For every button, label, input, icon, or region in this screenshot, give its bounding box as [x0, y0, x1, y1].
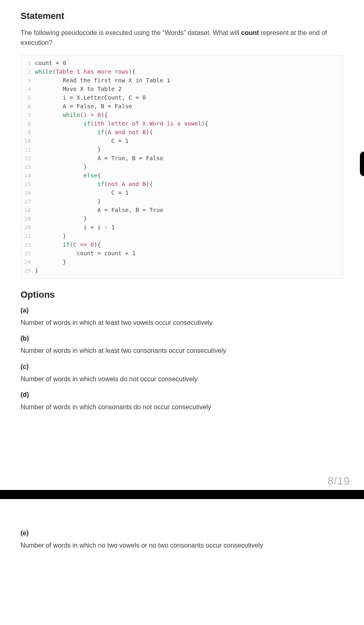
option-label: (c): [21, 363, 343, 371]
code-line: 25}: [21, 266, 343, 275]
code-line: 7 while(i > 0){: [21, 111, 343, 119]
code-line: 20 i = i - 1: [21, 223, 343, 232]
code-block: 1count = 02while(Table 1 has more rows){…: [21, 55, 343, 279]
page-upper: Statement The following pseudocode is ex…: [0, 0, 364, 473]
code-line: 2while(Table 1 has more rows){: [21, 68, 343, 76]
line-number: 24: [21, 258, 35, 266]
code-line: 10 C = 1: [21, 137, 343, 145]
code-text: A = True, B = False: [35, 154, 163, 163]
code-line: 22 if(C == 0){: [21, 240, 343, 249]
code-text: Move X to Table 2: [35, 85, 122, 93]
code-line: 9 if(A and not B){: [21, 128, 343, 137]
option-text: Number of words in which consonants do n…: [21, 403, 343, 412]
code-line: 5 i = X.LetterCount, C = 0: [21, 93, 343, 102]
code-text: if(C == 0){: [35, 240, 101, 249]
line-number: 12: [21, 154, 35, 163]
statement-heading: Statement: [21, 11, 343, 21]
code-text: if(not A and B){: [35, 180, 153, 189]
code-line: 21 }: [21, 232, 343, 240]
line-number: 4: [21, 85, 35, 93]
option-text: Number of words in which at least two co…: [21, 346, 343, 355]
line-number: 20: [21, 223, 35, 232]
line-number: 22: [21, 240, 35, 249]
option-label: (e): [21, 529, 343, 537]
side-tab[interactable]: [360, 152, 364, 176]
line-number: 2: [21, 68, 35, 76]
statement-text-before: The following pseudocode is executed usi…: [21, 29, 241, 36]
code-line: 14 else{: [21, 171, 343, 180]
code-text: if(A and not B){: [35, 128, 153, 137]
option-label: (a): [21, 307, 343, 314]
line-number: 23: [21, 249, 35, 258]
code-text: }: [35, 266, 38, 275]
code-text: C = 1: [35, 189, 129, 197]
line-number: 15: [21, 180, 35, 189]
line-number: 7: [21, 111, 35, 119]
code-line: 17 }: [21, 197, 343, 206]
line-number: 10: [21, 137, 35, 145]
code-text: }: [35, 145, 101, 154]
line-number: 13: [21, 163, 35, 171]
code-line: 18 A = False, B = True: [21, 206, 343, 215]
code-line: 8 if(ith letter of X.Word is a vowel){: [21, 119, 343, 128]
options-heading: Options: [21, 289, 343, 300]
code-text: count = count + 1: [35, 249, 135, 258]
code-line: 24 }: [21, 258, 343, 266]
line-number: 21: [21, 232, 35, 240]
code-line: 6 A = False, B = False: [21, 102, 343, 111]
code-text: A = False, B = False: [35, 102, 132, 111]
code-text: }: [35, 232, 66, 240]
statement-text: The following pseudocode is executed usi…: [21, 28, 343, 48]
options-list-continued: (e)Number of words in which no two vowel…: [21, 529, 343, 550]
line-number: 17: [21, 197, 35, 206]
code-text: i = X.LetterCount, C = 0: [35, 93, 146, 102]
line-number: 16: [21, 189, 35, 197]
code-text: }: [35, 258, 66, 266]
code-text: }: [35, 163, 87, 171]
code-line: 1count = 0: [21, 59, 343, 68]
code-text: }: [35, 197, 101, 206]
line-number: 25: [21, 266, 35, 275]
page-number: 8/19: [0, 473, 364, 490]
line-number: 5: [21, 93, 35, 102]
line-number: 19: [21, 215, 35, 223]
line-number: 3: [21, 76, 35, 85]
code-text: else{: [35, 171, 101, 180]
code-line: 16 C = 1: [21, 189, 343, 197]
code-text: while(Table 1 has more rows){: [35, 68, 135, 76]
code-line: 11 }: [21, 145, 343, 154]
code-line: 3 Read the first row X in Table 1: [21, 76, 343, 85]
line-number: 18: [21, 206, 35, 215]
line-number: 14: [21, 171, 35, 180]
option-text: Number of words in which at least two vo…: [21, 318, 343, 327]
line-number: 11: [21, 145, 35, 154]
document-root: Statement The following pseudocode is ex…: [0, 0, 364, 562]
page-divider-bar: [0, 490, 364, 499]
option-label: (d): [21, 391, 343, 399]
code-line: 12 A = True, B = False: [21, 154, 343, 163]
code-line: 13 }: [21, 163, 343, 171]
option-text: Number of words in which no two vowels o…: [21, 541, 343, 550]
line-number: 6: [21, 102, 35, 111]
option-label: (b): [21, 335, 343, 342]
code-text: }: [35, 215, 87, 223]
line-number: 8: [21, 119, 35, 128]
code-line: 15 if(not A and B){: [21, 180, 343, 189]
code-text: while(i > 0){: [35, 111, 108, 119]
option-text: Number of words in which vowels do not o…: [21, 375, 343, 384]
line-number: 1: [21, 59, 35, 68]
spacer: [21, 420, 343, 469]
code-line: 23 count = count + 1: [21, 249, 343, 258]
code-text: if(ith letter of X.Word is a vowel){: [35, 119, 208, 128]
code-text: C = 1: [35, 137, 129, 145]
code-text: count = 0: [35, 59, 66, 68]
code-text: i = i - 1: [35, 223, 115, 232]
page-lower: (e)Number of words in which no two vowel…: [0, 499, 364, 562]
statement-bold: count: [241, 29, 259, 36]
options-list: (a)Number of words in which at least two…: [21, 307, 343, 412]
line-number: 9: [21, 128, 35, 137]
code-text: A = False, B = True: [35, 206, 163, 215]
code-text: Read the first row X in Table 1: [35, 76, 170, 85]
code-line: 19 }: [21, 215, 343, 223]
code-line: 4 Move X to Table 2: [21, 85, 343, 93]
